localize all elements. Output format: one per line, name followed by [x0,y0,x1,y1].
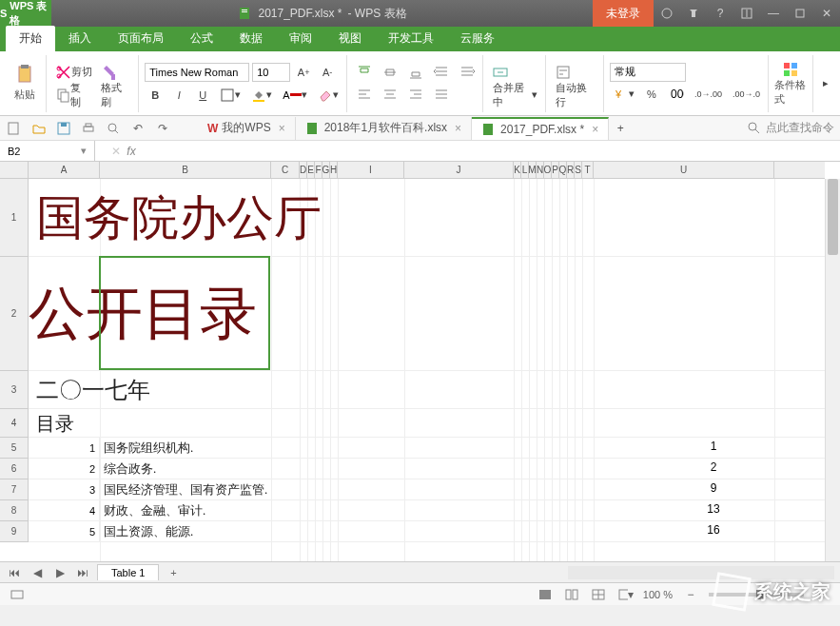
comma-button[interactable]: 000 [665,84,688,105]
print-preview-icon[interactable] [105,120,122,137]
align-top-button[interactable] [353,62,376,83]
doctab-mywps[interactable]: W我的WPS× [198,117,296,140]
sheet-tab[interactable]: Table 1 [97,564,159,580]
ribbon-expand-icon[interactable]: ▸ [815,73,836,94]
redo-icon[interactable]: ↷ [154,120,171,137]
search-command[interactable]: 点此查找命令 [747,120,834,136]
new-doc-icon[interactable] [6,120,23,137]
tab-review[interactable]: 审阅 [276,26,325,51]
merge-center-button[interactable]: 合并居中▾ [489,85,542,106]
column-headers[interactable]: ABCDEFGHIJKLMNOPQRSTU [29,162,825,179]
box-icon[interactable] [733,0,760,27]
tab-dev[interactable]: 开发工具 [375,26,447,51]
vertical-scrollbar[interactable] [825,179,840,561]
zoom-out-button[interactable]: − [682,586,699,603]
save-icon[interactable] [55,120,72,137]
indent-right-button[interactable] [456,62,479,83]
font-color-button[interactable]: A▾ [279,85,310,106]
increase-font-button[interactable]: A+ [293,62,314,83]
indent-left-button[interactable] [430,62,453,83]
undo-icon[interactable]: ↶ [129,120,147,137]
svg-rect-21 [791,63,797,68]
print-icon[interactable] [80,120,97,137]
view-normal-icon[interactable] [537,586,554,603]
align-center-button[interactable] [379,85,401,106]
tab-layout[interactable]: 页面布局 [105,26,177,51]
merge-split-button[interactable] [489,62,512,83]
skin-icon[interactable] [654,0,680,27]
formula-bar: B2▾ ✕fx [0,141,840,162]
number-format-select[interactable]: 常规 [610,63,686,82]
login-button[interactable]: 未登录 [593,0,654,27]
tshirt-icon[interactable] [680,0,707,27]
percent-button[interactable]: % [641,84,662,105]
view-page-icon[interactable] [563,586,580,603]
svg-rect-13 [222,89,233,101]
sheet-prev-icon[interactable]: ◀ [29,564,46,581]
sheet-next-icon[interactable]: ▶ [51,564,68,581]
cell-text: 2 [29,459,100,479]
doctab-doc1[interactable]: 2018年1月软件百科.xlsx× [296,117,472,140]
minimize-button[interactable]: — [760,0,787,27]
tab-cloud[interactable]: 云服务 [447,26,508,51]
paste-button[interactable]: 粘贴 [8,61,42,107]
bucket-icon [251,88,266,103]
tab-insert[interactable]: 插入 [55,26,105,51]
close-button[interactable]: ✕ [813,0,840,27]
tab-formula[interactable]: 公式 [177,26,226,51]
italic-button[interactable]: I [168,85,189,106]
tab-view[interactable]: 视图 [325,26,375,51]
cond-format-button[interactable]: 条件格式 [774,61,809,107]
clear-format-button[interactable]: ▾ [314,85,342,106]
row-headers[interactable]: 123456789 [0,179,29,542]
tab-start[interactable]: 开始 [6,26,55,51]
currency-button[interactable]: ¥▾ [610,84,638,105]
border-button[interactable]: ▾ [216,85,244,106]
close-icon[interactable]: × [279,122,285,135]
sheet-first-icon[interactable]: ⏮ [6,564,23,581]
name-box[interactable]: B2▾ [0,141,95,161]
align-right-button[interactable] [404,85,427,106]
maximize-button[interactable] [787,0,813,27]
sheet-last-icon[interactable]: ⏭ [74,564,91,581]
tab-data[interactable]: 数据 [226,26,276,51]
close-icon[interactable]: × [592,123,598,136]
help-icon[interactable]: ? [707,0,733,27]
open-icon[interactable] [30,120,48,137]
font-name-select[interactable]: Times New Roman [145,63,249,82]
align-bottom-button[interactable] [404,62,427,83]
align-justify-button[interactable] [430,85,453,106]
cell-text: 财政、金融、审计. [104,502,205,519]
fx-icon[interactable]: fx [127,145,135,158]
format-painter-big[interactable] [99,62,124,83]
wrap-icon-button[interactable] [552,62,575,83]
add-tab-button[interactable]: + [609,117,632,140]
spreadsheet-grid[interactable]: ABCDEFGHIJKLMNOPQRSTU 123456789 国务院办公厅 息… [0,162,840,561]
format-painter-button[interactable]: 格式刷 [97,85,134,106]
reading-mode-icon[interactable]: ▾ [616,586,634,603]
font-size-select[interactable]: 10 [252,63,290,82]
formula-input[interactable] [152,141,840,161]
svg-rect-33 [11,591,23,598]
view-break-icon[interactable] [590,586,607,603]
close-icon[interactable]: × [455,122,461,135]
bold-button[interactable]: B [145,85,166,106]
add-sheet-button[interactable]: + [165,564,182,581]
scroll-thumb[interactable] [828,179,838,255]
increase-decimal-button[interactable]: .0→.00 [691,84,726,105]
decrease-font-button[interactable]: A- [317,62,338,83]
copy-button[interactable]: 复制 [52,85,94,106]
fx-cancel-icon[interactable]: ✕ [111,145,121,158]
align-middle-button[interactable] [379,62,401,83]
decrease-decimal-button[interactable]: .00→.0 [729,84,764,105]
svg-rect-1 [242,10,247,10]
align-left-button[interactable] [353,85,376,106]
underline-button[interactable]: U [192,85,213,106]
fill-color-button[interactable]: ▾ [247,85,276,106]
select-all-corner[interactable] [0,162,29,179]
cell-text: 国土资源、能源. [104,523,193,540]
cut-button[interactable]: 剪切 [52,62,96,83]
brush-icon [103,64,120,81]
wrap-text-button[interactable]: 自动换行 [552,85,599,106]
doctab-doc2[interactable]: 2017_PDF.xlsx *× [472,117,609,140]
